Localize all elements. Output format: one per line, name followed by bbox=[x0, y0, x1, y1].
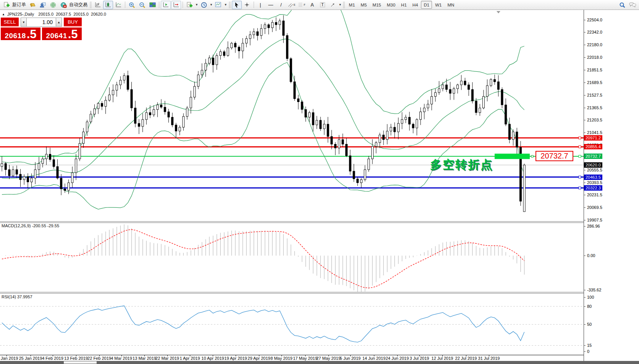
periods-dropdown-caret[interactable]: ▼ bbox=[210, 3, 213, 6]
new-order-button[interactable] bbox=[2, 1, 11, 9]
rsi-tick-label: 15 bbox=[587, 343, 592, 348]
toolbar-drag-handle[interactable] bbox=[90, 2, 92, 8]
price-tick-label: 20231.5 bbox=[587, 193, 602, 197]
date-label: 31 Jul 2019 bbox=[474, 356, 503, 361]
buy-price-main: 20641 bbox=[46, 32, 67, 40]
search-icon[interactable] bbox=[617, 1, 627, 9]
indicators-button[interactable] bbox=[184, 1, 194, 9]
buy-price-button[interactable]: 20641 .5 bbox=[42, 28, 82, 40]
price-badge: 20855.4 bbox=[584, 144, 602, 149]
macd-tick-label: 286.96 bbox=[587, 224, 600, 228]
price-tick-label: 22504.0 bbox=[587, 18, 602, 22]
chart-shift-marker[interactable] bbox=[497, 11, 500, 13]
text-tool[interactable]: A bbox=[307, 1, 317, 9]
price-tick-label: 22018.0 bbox=[587, 55, 602, 60]
turning-point-annotation[interactable]: 多空转折点 bbox=[430, 157, 493, 173]
price-tick-label: 22342.0 bbox=[587, 30, 602, 34]
autotrading-label[interactable]: 自动交易 bbox=[69, 2, 87, 8]
ohlc-close: 20620.0 bbox=[91, 12, 106, 16]
sound-icon[interactable] bbox=[48, 1, 58, 9]
autotrading-button[interactable] bbox=[58, 1, 68, 9]
price-tick-label: 21203.5 bbox=[587, 118, 602, 122]
zoom-in-button[interactable] bbox=[127, 1, 137, 9]
tile-windows-button[interactable] bbox=[147, 1, 157, 9]
symbol-period: JPN225-,Daily bbox=[7, 12, 34, 16]
volume-input[interactable]: 1.00 bbox=[27, 18, 56, 27]
timeframe-H1[interactable]: H1 bbox=[398, 1, 409, 9]
sell-price-button[interactable]: 20618 .5 bbox=[1, 28, 40, 40]
vertical-line-tool[interactable]: | bbox=[256, 1, 265, 9]
volume-increase-button[interactable]: ▲ bbox=[56, 18, 62, 27]
sell-price-fraction: .5 bbox=[27, 28, 37, 41]
price-axis[interactable]: 22504.022342.022180.022018.021851.521689… bbox=[584, 10, 639, 361]
price-chart[interactable] bbox=[0, 10, 584, 355]
rsi-tick-label: 100 bbox=[587, 295, 594, 299]
toolbar-drag-handle-2[interactable] bbox=[229, 2, 231, 8]
rsi-tick-label: 0 bbox=[587, 349, 589, 354]
price-tick-label: 20393.5 bbox=[587, 180, 602, 185]
symbol-info: ▲ JPN225-,Daily 20015.0 20637.5 20015.0 … bbox=[2, 12, 106, 16]
navigator-icon[interactable] bbox=[38, 1, 48, 9]
auto-scroll-button[interactable] bbox=[161, 1, 171, 9]
price-badge: 20620.0 bbox=[584, 162, 602, 168]
crosshair-tool-button[interactable] bbox=[242, 1, 252, 9]
rsi-tick-label: 50 bbox=[587, 322, 592, 327]
fibonacci-tool[interactable]: F bbox=[297, 1, 307, 9]
mt4-terminal: { "toolbar": { "new_order_label": "新订单",… bbox=[0, 0, 639, 364]
gold-bar-icon[interactable] bbox=[28, 1, 37, 9]
date-axis[interactable]: 16 Jan 201925 Jan 20194 Feb 201913 Feb 2… bbox=[0, 355, 584, 361]
sell-button[interactable]: SELL bbox=[1, 18, 19, 27]
templates-dropdown-caret[interactable]: ▼ bbox=[224, 3, 227, 6]
horizontal-scrollbar[interactable] bbox=[0, 361, 639, 364]
rsi-indicator-label: RSI(14) 37.9957 bbox=[2, 294, 32, 299]
shapes-dropdown-caret[interactable]: ▼ bbox=[338, 3, 341, 6]
sell-price-main: 20618 bbox=[5, 32, 26, 40]
timeframe-bar: M1M5M15M30H1H4D1W1MN bbox=[346, 1, 457, 9]
zoom-out-button[interactable] bbox=[137, 1, 147, 9]
line-chart-button[interactable] bbox=[113, 1, 123, 9]
horizontal-line-tool[interactable]: — bbox=[266, 1, 276, 9]
buy-price-fraction: .5 bbox=[68, 28, 78, 41]
bar-chart-button[interactable] bbox=[93, 1, 103, 9]
price-tick-label: 22180.0 bbox=[587, 42, 602, 47]
periods-clock-button[interactable] bbox=[199, 1, 209, 9]
templates-button[interactable] bbox=[214, 1, 223, 9]
chat-icon[interactable] bbox=[628, 1, 637, 9]
macd-tick-label: 0.00 bbox=[587, 253, 595, 258]
new-order-label[interactable]: 新订单 bbox=[12, 2, 26, 8]
buy-button[interactable]: BUY bbox=[64, 18, 82, 27]
timeframe-M15[interactable]: M15 bbox=[370, 1, 383, 9]
price-tick-label: 21851.5 bbox=[587, 68, 602, 72]
macd-tick-label: -335.62 bbox=[587, 288, 601, 292]
timeframe-M5[interactable]: M5 bbox=[358, 1, 369, 9]
candlestick-chart-button[interactable] bbox=[103, 1, 113, 9]
price-tick-label: 21365.5 bbox=[587, 105, 602, 110]
symbol-triangle-icon: ▲ bbox=[2, 13, 5, 16]
toolbar-drag-handle-3[interactable] bbox=[343, 2, 345, 8]
price-tick-label: 20069.5 bbox=[587, 205, 602, 210]
trendline-tool[interactable]: / bbox=[276, 1, 286, 9]
price-badge: 20971.2 bbox=[584, 135, 602, 141]
indicators-dropdown-caret[interactable]: ▼ bbox=[195, 3, 198, 6]
timeframe-W1[interactable]: W1 bbox=[432, 1, 444, 9]
equidistant-channel-tool[interactable]: E bbox=[286, 1, 297, 9]
one-click-trading-panel: SELL ▼ 1.00 ▲ BUY 20618 .5 20641 .5 bbox=[1, 18, 82, 40]
rsi-tick-label: 80 bbox=[587, 304, 592, 309]
shapes-tool[interactable] bbox=[328, 1, 338, 9]
price-tick-label: 19907.5 bbox=[587, 218, 602, 222]
scrollbar-thumb[interactable] bbox=[64, 361, 97, 364]
price-badge: 20732.7 bbox=[584, 154, 602, 159]
chart-shift-button[interactable] bbox=[171, 1, 181, 9]
timeframe-D1[interactable]: D1 bbox=[421, 1, 432, 9]
timeframe-H4[interactable]: H4 bbox=[410, 1, 421, 9]
main-toolbar: 新订单 自动交易 bbox=[0, 0, 639, 10]
cursor-tool-button[interactable] bbox=[232, 1, 242, 9]
timeframe-M1[interactable]: M1 bbox=[346, 1, 358, 9]
volume-decrease-button[interactable]: ▼ bbox=[21, 18, 27, 27]
text-label-tool[interactable]: T bbox=[317, 1, 327, 9]
timeframe-M30[interactable]: M30 bbox=[384, 1, 398, 9]
price-level-label[interactable]: 20732.7 bbox=[535, 151, 573, 161]
timeframe-MN[interactable]: MN bbox=[445, 1, 457, 9]
price-tick-label: 21527.5 bbox=[587, 93, 602, 97]
price-tick-label: 21689.5 bbox=[587, 80, 602, 85]
